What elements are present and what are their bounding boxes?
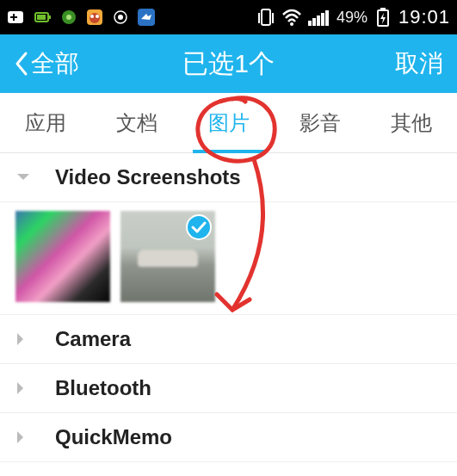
svg-point-9: [90, 13, 100, 23]
page-title: 已选1个: [62, 46, 395, 82]
svg-rect-19: [308, 21, 312, 26]
status-bar-left: [7, 7, 157, 28]
bird-app-icon: [136, 7, 157, 28]
folder-quickmemo[interactable]: QuickMemo: [0, 413, 457, 462]
tab-docs[interactable]: 文档: [91, 93, 182, 152]
tab-apps[interactable]: 应用: [0, 93, 91, 152]
svg-point-18: [290, 22, 293, 26]
svg-rect-23: [325, 10, 329, 26]
wifi-icon: [281, 7, 302, 28]
svg-rect-22: [321, 13, 324, 26]
svg-rect-2: [10, 16, 17, 18]
status-bar: 49% 19:01: [0, 0, 457, 34]
folder-camera[interactable]: Camera: [0, 315, 457, 364]
battery-percent-label: 49%: [337, 9, 367, 27]
image-thumbnail: [15, 211, 110, 302]
tab-media[interactable]: 影音: [275, 93, 366, 152]
folder-label: QuickMemo: [55, 425, 172, 449]
app-header: 全部 已选1个 取消: [0, 34, 457, 93]
chevron-down-icon: [15, 172, 40, 182]
svg-point-11: [96, 15, 99, 18]
battery-green-icon: [33, 7, 53, 28]
svg-rect-5: [37, 15, 46, 20]
chevron-left-icon: [14, 51, 29, 77]
monkey-icon: [84, 7, 105, 28]
tab-images[interactable]: 图片: [182, 93, 274, 152]
svg-rect-21: [317, 15, 320, 26]
thumbnail-grid: [0, 202, 457, 315]
svg-rect-4: [48, 15, 51, 19]
battery-charge-icon: [373, 7, 393, 28]
target-icon: [110, 7, 131, 28]
chevron-right-icon: [15, 430, 40, 445]
folder-label: Bluetooth: [55, 376, 151, 400]
svg-rect-15: [262, 9, 270, 25]
thumbnail-1[interactable]: [15, 211, 110, 302]
folder-bluetooth[interactable]: Bluetooth: [0, 364, 457, 413]
plus-badge-icon: [7, 7, 28, 28]
folder-label: Video Screenshots: [55, 165, 241, 189]
selected-check-icon: [186, 214, 212, 240]
circle-green-icon: [59, 7, 79, 28]
signal-icon: [307, 7, 331, 28]
svg-point-10: [90, 15, 94, 18]
tab-other[interactable]: 其他: [366, 93, 457, 152]
cancel-button[interactable]: 取消: [395, 47, 443, 80]
status-bar-right: 49% 19:01: [256, 6, 450, 28]
chevron-right-icon: [15, 380, 40, 396]
chevron-right-icon: [15, 331, 40, 347]
svg-point-7: [66, 15, 71, 20]
svg-point-13: [118, 15, 123, 20]
thumbnail-2[interactable]: [120, 211, 215, 302]
svg-rect-25: [380, 8, 386, 10]
svg-rect-20: [312, 18, 316, 26]
vibrate-icon: [256, 7, 276, 28]
category-tabs: 应用 文档 图片 影音 其他: [0, 93, 457, 153]
clock-label: 19:01: [398, 6, 450, 28]
folder-video-screenshots[interactable]: Video Screenshots: [0, 153, 457, 202]
folder-label: Camera: [55, 327, 131, 351]
